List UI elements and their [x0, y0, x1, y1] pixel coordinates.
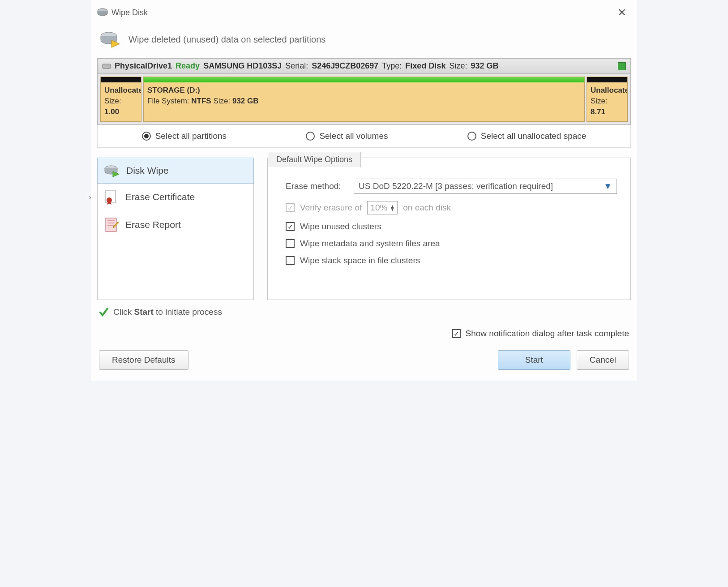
spinner-value: 10% — [370, 203, 387, 213]
disk-panel: PhysicalDrive1 Ready SAMSUNG HD103SJ Ser… — [97, 58, 631, 125]
checkbox-wipe-slack[interactable] — [286, 256, 295, 265]
options-sidebar: Disk Wipe › Erase Certificate Erase Repo… — [97, 158, 254, 300]
partition-size-label: Size: — [213, 97, 230, 105]
partition-storage-d[interactable]: STORAGE (D:) File System: NTFS Size: 932… — [143, 77, 585, 122]
restore-defaults-button[interactable]: Restore Defaults — [99, 350, 188, 370]
partition-fs: NTFS — [191, 97, 211, 105]
disk-serial: S246J9CZB02697 — [312, 61, 378, 71]
radio-label: Select all volumes — [319, 131, 388, 141]
disk-header: PhysicalDrive1 Ready SAMSUNG HD103SJ Ser… — [98, 59, 630, 74]
window-title: Wipe Disk — [111, 8, 148, 17]
certificate-icon — [104, 189, 119, 205]
disk-type: Fixed Disk — [405, 61, 445, 71]
partition-name: STORAGE (D:) — [147, 86, 200, 94]
size-label: Size: — [449, 61, 467, 71]
radio-all-volumes[interactable]: Select all volumes — [306, 131, 388, 141]
partition-size-label: Size: — [104, 97, 121, 105]
wipe-slack-row[interactable]: Wipe slack space in file clusters — [286, 256, 617, 266]
partition-fs-label: File System: — [147, 97, 189, 105]
radio-all-unallocated[interactable]: Select all unallocated space — [467, 131, 587, 141]
close-icon[interactable]: ✕ — [613, 4, 631, 21]
sidebar-item-label: Erase Certificate — [125, 192, 195, 202]
checkbox-verify: ✓ — [286, 203, 295, 212]
verify-suffix: on each disk — [403, 203, 451, 213]
check-icon — [99, 307, 109, 317]
options-tab-label: Default Wipe Options — [268, 152, 361, 167]
sidebar-item-label: Disk Wipe — [126, 165, 169, 176]
disk-size: 932 GB — [471, 61, 498, 71]
options-panel: Default Wipe Options Erase method: US Do… — [267, 158, 631, 300]
wipe-unused-row[interactable]: ✓ Wipe unused clusters — [286, 222, 617, 231]
sidebar-item-erase-report[interactable]: Erase Report — [98, 211, 253, 239]
erase-method-row: Erase method: US DoD 5220.22-M [3 passes… — [286, 179, 617, 194]
checkbox-wipe-unused[interactable]: ✓ — [286, 222, 295, 231]
svg-rect-3 — [103, 64, 111, 69]
verify-erasure-row: ✓ Verify erasure of 10% ▲▼ on each disk — [286, 201, 617, 214]
disk-status: Ready — [176, 61, 200, 71]
drive-icon — [102, 63, 111, 70]
subtitle-text: Wipe deleted (unused) data on selected p… — [128, 34, 325, 45]
titlebar: Wipe Disk ✕ — [91, 0, 637, 24]
chevron-right-icon[interactable]: › — [89, 193, 91, 202]
disk-play-icon — [100, 31, 120, 47]
hint-prefix: Click — [113, 307, 132, 317]
hint-bold: Start — [134, 307, 153, 317]
notify-checkbox-row[interactable]: ✓ Show notification dialog after task co… — [452, 329, 629, 338]
checkbox-label: Wipe unused clusters — [300, 222, 381, 231]
verify-label: Verify erasure of — [300, 203, 362, 213]
notify-label: Show notification dialog after task comp… — [466, 329, 629, 338]
selection-row: Select all partitions Select all volumes… — [97, 125, 631, 148]
cancel-button[interactable]: Cancel — [577, 350, 629, 370]
wipe-disk-dialog: Wipe Disk ✕ Wipe deleted (unused) data o… — [91, 0, 637, 381]
radio-icon — [142, 132, 151, 141]
checkbox-label: Wipe metadata and system files area — [300, 239, 440, 249]
wipe-metadata-row[interactable]: Wipe metadata and system files area — [286, 239, 617, 249]
partition-map: Unallocated Size: 1.00 STORAGE (D:) File… — [98, 74, 630, 124]
partition-unallocated-left[interactable]: Unallocated Size: 1.00 — [100, 77, 141, 122]
disk-wipe-icon — [104, 164, 120, 177]
disk-icon — [97, 8, 108, 17]
dropdown-value: US DoD 5220.22-M [3 passes; verification… — [359, 181, 553, 191]
checkbox-notify[interactable]: ✓ — [452, 329, 461, 338]
start-button[interactable]: Start — [498, 350, 570, 370]
serial-label: Serial: — [285, 61, 308, 71]
type-label: Type: — [382, 61, 402, 71]
radio-label: Select all unallocated space — [481, 131, 587, 141]
sidebar-item-erase-certificate[interactable]: › Erase Certificate — [98, 183, 253, 211]
start-hint: Click Start to initiate process — [99, 307, 629, 317]
chevron-down-icon: ▼ — [604, 181, 612, 191]
status-indicator — [618, 62, 626, 70]
radio-icon — [467, 132, 476, 141]
sidebar-item-label: Erase Report — [125, 219, 181, 230]
sidebar-item-disk-wipe[interactable]: Disk Wipe — [97, 158, 254, 184]
erase-method-label: Erase method: — [286, 181, 348, 191]
subheader: Wipe deleted (unused) data on selected p… — [91, 24, 637, 58]
verify-percent-spinner[interactable]: 10% ▲▼ — [367, 201, 398, 214]
partition-unallocated-right[interactable]: Unallocated Size: 8.71 — [587, 77, 628, 122]
checkbox-label: Wipe slack space in file clusters — [300, 256, 420, 266]
disk-name: PhysicalDrive1 — [115, 61, 172, 71]
partition-size: 8.71 — [591, 107, 605, 116]
radio-label: Select all partitions — [155, 131, 227, 141]
partition-size: 932 GB — [232, 97, 259, 105]
erase-method-dropdown[interactable]: US DoD 5220.22-M [3 passes; verification… — [354, 179, 617, 194]
spinner-buttons[interactable]: ▲▼ — [390, 205, 394, 211]
radio-icon — [306, 132, 315, 141]
radio-all-partitions[interactable]: Select all partitions — [142, 131, 227, 141]
hint-suffix: to initiate process — [156, 307, 222, 317]
partition-size: 1.00 — [104, 107, 119, 116]
report-icon — [104, 217, 119, 232]
partition-name: Unallocated — [104, 86, 141, 94]
checkbox-wipe-metadata[interactable] — [286, 239, 295, 248]
disk-model: SAMSUNG HD103SJ — [203, 61, 282, 71]
partition-name: Unallocated — [591, 86, 628, 94]
partition-size-label: Size: — [591, 97, 608, 105]
